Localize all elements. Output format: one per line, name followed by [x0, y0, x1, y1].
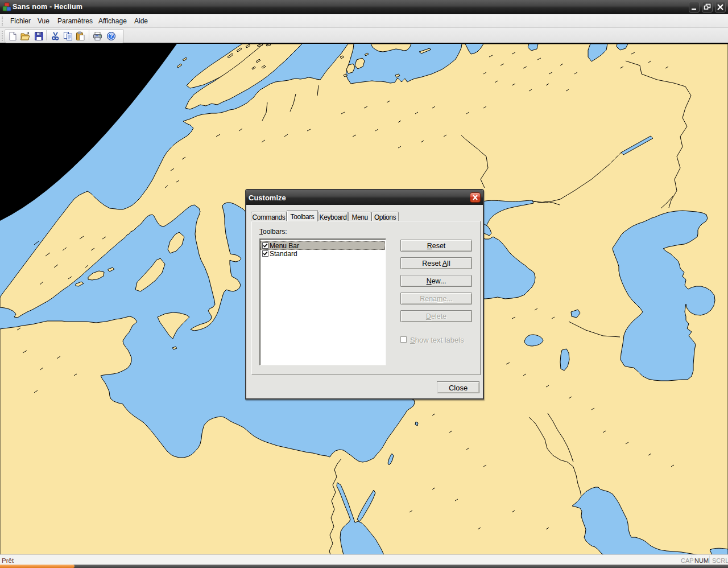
- svg-text:?: ?: [109, 33, 113, 39]
